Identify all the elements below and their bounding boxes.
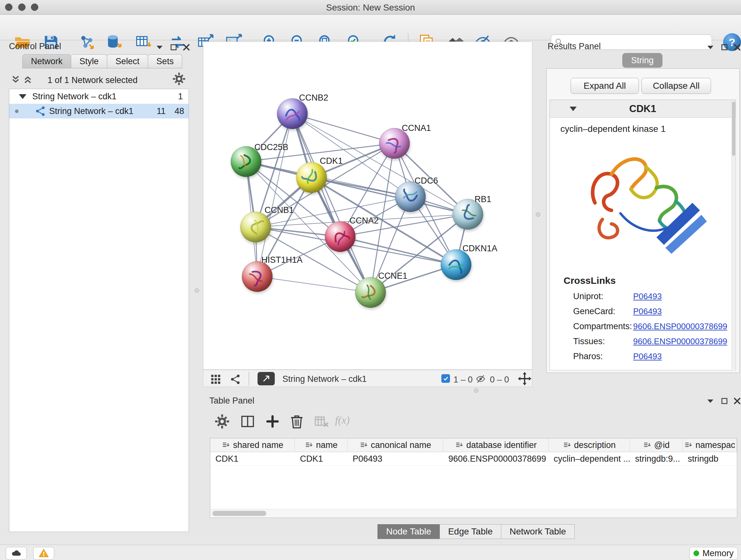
crosslink-link[interactable]: P06493 (633, 352, 662, 361)
network-options-gear-icon[interactable] (172, 72, 186, 85)
network-node-HIST1H1A[interactable] (242, 261, 273, 292)
delete-column-trash-icon[interactable] (289, 414, 305, 429)
left-splitter-handle[interactable] (195, 288, 199, 293)
tab-node-table[interactable]: Node Table (378, 524, 440, 539)
import-network-icon[interactable] (78, 34, 95, 51)
collapse-all-networks-icon[interactable] (11, 75, 20, 84)
results-panel-title: Results Panel (548, 42, 601, 51)
tab-network-table[interactable]: Network Table (501, 524, 575, 539)
table-panel-maximize-icon[interactable] (721, 397, 728, 405)
table-panel-close-icon[interactable] (733, 396, 741, 406)
birdseye-grid-icon[interactable] (210, 374, 221, 385)
column-header-name[interactable]: name (295, 438, 347, 452)
import-database-icon[interactable] (106, 34, 123, 51)
crosslink-link[interactable]: P06493 (633, 307, 662, 316)
network-selection-summary: 1 of 1 Network selected (38, 75, 147, 85)
add-column-icon[interactable] (265, 414, 280, 429)
network-canvas[interactable]: CCNB2CCNA1CDC25BCDK1CDC6RB1CCNB1CCNA2CDK… (203, 42, 532, 370)
collection-label: String Network – cdk1 (32, 91, 117, 102)
column-header-shared-name[interactable]: shared name (210, 438, 295, 452)
table-cell: CDK1 (210, 452, 295, 465)
network-node-CDC6[interactable] (395, 181, 426, 212)
network-node-CCNA2[interactable] (325, 221, 355, 252)
node-label-CCNB2: CCNB2 (299, 93, 328, 103)
table-settings-gear-icon[interactable] (214, 414, 230, 429)
memory-button[interactable]: Memory (689, 547, 738, 560)
expand-all-networks-icon[interactable] (23, 75, 32, 84)
status-bar: Memory (0, 545, 741, 560)
table-cell: stringdb (683, 452, 737, 465)
selected-count-checkbox[interactable] (441, 374, 450, 383)
main-toolbar: ? (0, 15, 741, 40)
sort-icon (359, 441, 367, 449)
title-bar: Session: New Session (0, 0, 741, 15)
tab-edge-table[interactable]: Edge Table (440, 524, 501, 539)
cloud-icon[interactable] (6, 547, 27, 560)
control-panel-maximize-icon[interactable] (170, 44, 178, 51)
crosslink-link[interactable]: 9606.ENSP00000378699 (633, 336, 727, 347)
network-node-CDKN1A[interactable] (441, 249, 471, 280)
node-label-HIST1H1A: HIST1H1A (261, 255, 302, 265)
crosslinks-heading: CrossLinks (563, 275, 616, 286)
crosslink-row: Pharos:P06493 (573, 349, 733, 364)
column-header-canonical-name[interactable]: canonical name (347, 438, 443, 452)
network-node-CCNB2[interactable] (277, 98, 308, 129)
sort-icon (221, 441, 230, 449)
tab-style[interactable]: Style (71, 54, 107, 68)
network-node-CCNE1[interactable] (355, 277, 386, 308)
horizontal-splitter-handle[interactable] (474, 388, 478, 393)
tab-network[interactable]: Network (22, 54, 71, 68)
gene-expander-icon[interactable] (569, 107, 577, 111)
column-header-database-identifier[interactable]: database identifier (443, 438, 549, 452)
warning-icon[interactable] (33, 547, 54, 560)
protein-structure-image (566, 136, 717, 273)
results-panel-maximize-icon[interactable] (721, 44, 728, 51)
column-header-label: canonical name (371, 440, 431, 450)
results-panel-float-icon[interactable] (706, 43, 715, 52)
results-scrollbar-thumb[interactable] (732, 102, 735, 156)
right-splitter-handle[interactable] (536, 212, 540, 217)
expand-all-button[interactable]: Expand All (570, 78, 639, 94)
detach-view-button[interactable] (258, 372, 275, 385)
crosslink-label: Pharos: (573, 352, 633, 361)
column-header-namespac[interactable]: namespac (683, 438, 737, 452)
table-cell: stringdb:9... (630, 452, 683, 465)
gene-section-header[interactable]: CDK1 (550, 100, 736, 118)
network-share-icon[interactable] (230, 374, 241, 385)
node-label-CCNA1: CCNA1 (402, 123, 431, 133)
results-panel-close-icon[interactable] (733, 43, 741, 52)
column-header-label: database identifier (466, 440, 537, 450)
control-panel-float-icon[interactable] (155, 43, 164, 52)
node-label-CCNA2: CCNA2 (349, 216, 379, 226)
network-node-count: 11 (157, 106, 165, 116)
footer-separator (249, 372, 249, 385)
table-tabs: Node TableEdge TableNetwork Table (378, 524, 575, 539)
results-scrollbar (731, 101, 735, 369)
collapse-all-button[interactable]: Collapse All (642, 78, 711, 94)
node-table: shared namenamecanonical namedatabase id… (210, 438, 737, 518)
network-node-CCNB1[interactable] (240, 212, 271, 242)
table-row[interactable]: CDK1CDK1P064939606.ENSP00000378699cyclin… (210, 452, 737, 466)
network-view-toolbar: String Network – cdk1 1 – 0 0 – 0 (203, 370, 532, 387)
network-node-CDK1[interactable] (296, 162, 327, 193)
pan-move-icon[interactable] (517, 371, 532, 386)
crosslink-link[interactable]: 9606.ENSP00000378699 (633, 321, 727, 331)
table-hscrollbar-thumb[interactable] (212, 511, 266, 516)
crosslink-label: Compartments: (573, 321, 633, 331)
table-panel-float-icon[interactable] (706, 396, 715, 406)
network-collection-row[interactable]: String Network – cdk1 1 (9, 89, 189, 104)
tab-sets[interactable]: Sets (148, 54, 182, 68)
column-header--id[interactable]: @id (630, 438, 683, 452)
show-columns-icon[interactable] (240, 414, 255, 429)
collection-count: 1 (178, 91, 183, 102)
results-tab-string[interactable]: String (622, 53, 663, 68)
crosslink-link[interactable]: P06493 (633, 292, 662, 301)
column-header-description[interactable]: description (549, 438, 630, 452)
network-row[interactable]: String Network – cdk1 11 48 (9, 104, 189, 118)
import-table-icon[interactable] (135, 34, 152, 51)
collection-expander-icon[interactable] (19, 94, 26, 99)
table-cell: cyclin–dependent ... (549, 452, 630, 465)
control-panel-close-icon[interactable] (182, 43, 191, 52)
tab-select[interactable]: Select (107, 54, 148, 68)
hidden-counts: 0 – 0 (490, 375, 509, 385)
